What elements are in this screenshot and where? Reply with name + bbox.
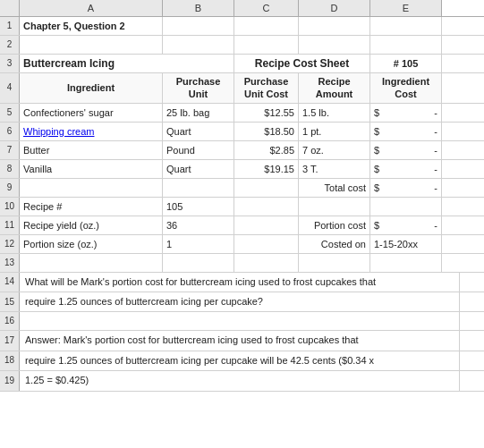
- cell-d10: [299, 198, 370, 216]
- cell-a11: Recipe yield (oz.): [20, 216, 163, 234]
- cell-c8[interactable]: $19.15: [234, 160, 299, 178]
- row-7: 7 Butter Pound $2.85 7 oz. $ -: [0, 141, 484, 160]
- cell-c4-line1: Purchase Unit Cost: [238, 75, 294, 101]
- rownum-3: 3: [0, 55, 20, 72]
- rownum-7: 7: [0, 141, 20, 159]
- cell-e12[interactable]: 1-15-20xx: [370, 235, 442, 253]
- cell-c6[interactable]: $18.50: [234, 123, 299, 140]
- cell-b13: [163, 254, 234, 272]
- cell-e8[interactable]: $ -: [370, 160, 442, 178]
- cell-b2: [163, 36, 234, 54]
- row-5: 5 Confectioners' sugar 25 lb. bag $12.55…: [0, 104, 484, 123]
- cell-a15-merged: require 1.25 ounces of buttercream icing…: [20, 292, 460, 311]
- cell-a5[interactable]: Confectioners' sugar: [20, 104, 163, 122]
- column-header-row: A B C D E: [0, 0, 484, 17]
- rownum-5: 5: [0, 104, 20, 122]
- cell-e3: # 105: [370, 55, 442, 72]
- row-12: 12 Portion size (oz.) 1 Costed on 1-15-2…: [0, 235, 484, 254]
- cell-a8[interactable]: Vanilla: [20, 160, 163, 178]
- col-header-a: A: [20, 0, 163, 16]
- rownum-13: 13: [0, 254, 20, 272]
- cell-b5[interactable]: 25 lb. bag: [163, 104, 234, 122]
- row-16: 16: [0, 312, 484, 331]
- cell-e9-dollar: $: [374, 182, 381, 193]
- cell-b11[interactable]: 36: [163, 216, 234, 234]
- rownum-6: 6: [0, 123, 20, 140]
- cell-a18-merged: require 1.25 ounces of buttercream icing…: [20, 351, 460, 370]
- cell-b6[interactable]: Quart: [163, 123, 234, 140]
- cell-a7[interactable]: Butter: [20, 141, 163, 159]
- rownum-16: 16: [0, 312, 20, 330]
- row-8: 8 Vanilla Quart $19.15 3 T. $ -: [0, 160, 484, 179]
- spreadsheet: A B C D E 1 Chapter 5, Question 2 2 3 Bu…: [0, 0, 484, 392]
- cell-e7[interactable]: $ -: [370, 141, 442, 159]
- cell-c2: [234, 36, 299, 54]
- cell-e6[interactable]: $ -: [370, 123, 442, 140]
- cell-d4-label: Recipe Amount: [302, 75, 366, 101]
- row-15: 15 require 1.25 ounces of buttercream ic…: [0, 292, 484, 312]
- cell-e11[interactable]: $ -: [370, 216, 442, 234]
- row-17: 17 Answer: Mark's portion cost for butte…: [0, 331, 484, 351]
- cell-d4: Recipe Amount: [299, 73, 370, 103]
- rownum-1: 1: [0, 17, 20, 35]
- cell-e8-dollar: $: [374, 164, 381, 174]
- cell-c9: [234, 179, 299, 197]
- rownum-4: 4: [0, 73, 20, 103]
- row-13: 13: [0, 254, 484, 273]
- row-9: 9 Total cost $ -: [0, 179, 484, 198]
- cell-e9-val: -: [383, 182, 437, 193]
- cell-b10[interactable]: 105: [163, 198, 234, 216]
- row-6: 6 Whipping cream Quart $18.50 1 pt. $ -: [0, 123, 484, 141]
- rownum-18: 18: [0, 351, 20, 370]
- cell-a9: [20, 179, 163, 197]
- cell-b9: [163, 179, 234, 197]
- cell-d8[interactable]: 3 T.: [299, 160, 370, 178]
- row-11: 11 Recipe yield (oz.) 36 Portion cost $ …: [0, 216, 484, 235]
- cell-d11: Portion cost: [299, 216, 370, 234]
- cell-d12: Costed on: [299, 235, 370, 253]
- cell-a14-merged: What will be Mark's portion cost for but…: [20, 273, 460, 292]
- cell-e1: [370, 17, 442, 35]
- row-1: 1 Chapter 5, Question 2: [0, 17, 484, 36]
- cell-b12[interactable]: 1: [163, 235, 234, 253]
- rownum-9: 9: [0, 179, 20, 197]
- cell-a17-merged: Answer: Mark's portion cost for buttercr…: [20, 331, 460, 350]
- row-18: 18 require 1.25 ounces of buttercream ic…: [0, 351, 484, 371]
- row-19: 19 1.25 = $0.425): [0, 371, 484, 391]
- col-header-c: C: [234, 0, 299, 16]
- cell-e7-dollar: $: [374, 145, 381, 156]
- cell-b7[interactable]: Pound: [163, 141, 234, 159]
- cell-c7[interactable]: $2.85: [234, 141, 299, 159]
- rownum-2: 2: [0, 36, 20, 54]
- cell-d7[interactable]: 7 oz.: [299, 141, 370, 159]
- cell-e13: [370, 254, 442, 272]
- cell-c3-merged: Recipe Cost Sheet: [234, 55, 370, 72]
- cell-b8[interactable]: Quart: [163, 160, 234, 178]
- rownum-15: 15: [0, 292, 20, 311]
- rownum-14: 14: [0, 273, 20, 292]
- cell-c11: [234, 216, 299, 234]
- cell-e6-val: -: [383, 126, 437, 137]
- row-10: 10 Recipe # 105: [0, 198, 484, 216]
- cell-c12: [234, 235, 299, 253]
- cell-a3-merged: Buttercream Icing: [20, 55, 234, 72]
- cell-d5[interactable]: 1.5 lb.: [299, 104, 370, 122]
- cell-d13: [299, 254, 370, 272]
- row-4: 4 Ingredient Purchase Unit Purchase Unit…: [0, 73, 484, 104]
- cell-e5[interactable]: $ -: [370, 104, 442, 122]
- cell-e9[interactable]: $ -: [370, 179, 442, 197]
- cell-a10: Recipe #: [20, 198, 163, 216]
- cell-e2: [370, 36, 442, 54]
- cell-e4-label: Ingredient Cost: [374, 75, 437, 101]
- cell-e11-dollar: $: [374, 220, 381, 231]
- cell-c5[interactable]: $12.55: [234, 104, 299, 122]
- cell-d6[interactable]: 1 pt.: [299, 123, 370, 140]
- col-header-d: D: [299, 0, 370, 16]
- cell-c4: Purchase Unit Cost: [234, 73, 299, 103]
- cell-e10: [370, 198, 442, 216]
- cell-b4: Purchase Unit: [163, 73, 234, 103]
- cell-e5-dollar: $: [374, 107, 381, 118]
- cell-a6[interactable]: Whipping cream: [20, 123, 163, 140]
- cell-a12: Portion size (oz.): [20, 235, 163, 253]
- cell-a1[interactable]: Chapter 5, Question 2: [20, 17, 163, 35]
